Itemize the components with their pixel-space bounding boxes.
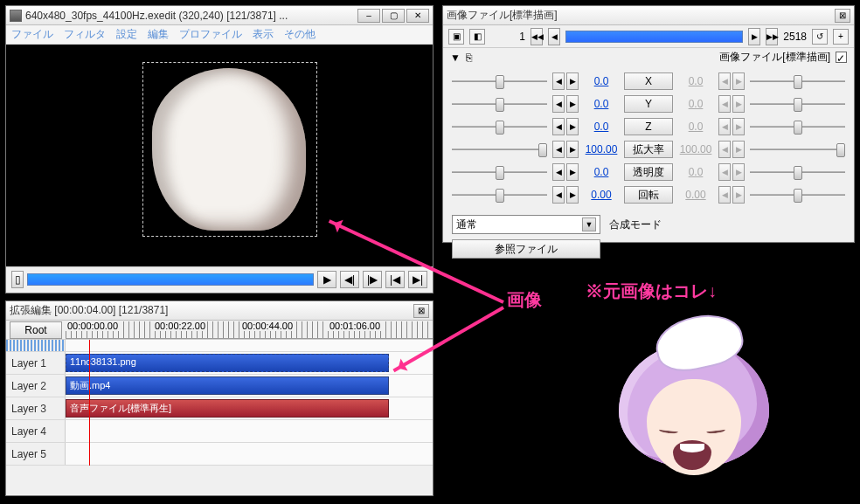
increment-button[interactable]: ▶ — [566, 141, 579, 158]
layer-link-icon[interactable]: ⎘ — [466, 52, 472, 64]
enable-checkbox[interactable]: ✓ — [836, 52, 847, 63]
decrement-right-button[interactable]: ◀ — [718, 72, 731, 90]
decrement-button[interactable]: ◀ — [552, 186, 565, 204]
clip-audio[interactable]: 音声ファイル[標準再生] — [66, 399, 389, 418]
chevron-down-icon[interactable]: ▼ — [582, 217, 596, 231]
menu-file[interactable]: ファイル — [11, 27, 53, 42]
seek-bar[interactable] — [27, 273, 314, 286]
decrement-right-button[interactable]: ◀ — [718, 141, 731, 158]
slider-right[interactable] — [746, 118, 849, 135]
layer-label[interactable]: Layer 3 — [6, 397, 66, 419]
slider-left[interactable] — [448, 141, 551, 158]
slider-left[interactable] — [448, 163, 551, 181]
blend-combo[interactable]: 通常▼ — [452, 215, 600, 234]
seek-marker-icon[interactable]: ▯ — [11, 271, 24, 288]
increment-button[interactable]: ▶ — [566, 95, 579, 113]
axis-button[interactable]: 透明度 — [624, 163, 673, 181]
collapse-icon[interactable]: ▼ — [450, 52, 461, 64]
frame-prev-button[interactable]: ◀ — [548, 28, 560, 45]
slider-left[interactable] — [448, 72, 551, 90]
layer-track-2[interactable]: 動画.mp4 — [66, 375, 433, 397]
timeline-close-button[interactable]: ⊠ — [413, 304, 429, 318]
goto-end-button[interactable]: ▶| — [408, 271, 427, 288]
goto-start-button[interactable]: |◀ — [385, 271, 405, 288]
camera-icon[interactable]: ▣ — [448, 29, 464, 45]
layer-track-3[interactable]: 音声ファイル[標準再生] — [66, 397, 433, 419]
clip-video[interactable]: 動画.mp4 — [66, 376, 389, 395]
increment-right-button[interactable]: ▶ — [732, 72, 745, 90]
layer-label[interactable]: Layer 5 — [6, 443, 66, 465]
value-left[interactable]: 0.0 — [580, 98, 622, 110]
axis-button[interactable]: X — [624, 72, 673, 90]
decrement-right-button[interactable]: ◀ — [718, 186, 731, 204]
increment-right-button[interactable]: ▶ — [732, 118, 745, 135]
increment-right-button[interactable]: ▶ — [732, 186, 745, 204]
layer-label[interactable]: Layer 2 — [6, 375, 66, 397]
axis-button[interactable]: 拡大率 — [624, 141, 673, 158]
plus-button[interactable]: + — [833, 29, 849, 45]
value-left[interactable]: 0.00 — [580, 189, 622, 201]
increment-right-button[interactable]: ▶ — [732, 163, 745, 181]
value-left[interactable]: 100.00 — [580, 143, 622, 155]
slider-right[interactable] — [746, 95, 849, 113]
increment-button[interactable]: ▶ — [566, 72, 579, 90]
slider-right[interactable] — [746, 141, 849, 158]
value-left[interactable]: 0.0 — [580, 121, 622, 133]
decrement-button[interactable]: ◀ — [552, 95, 565, 113]
increment-right-button[interactable]: ▶ — [732, 141, 745, 158]
menu-profile[interactable]: プロファイル — [179, 27, 242, 42]
slider-right[interactable] — [746, 186, 849, 204]
slider-right[interactable] — [746, 72, 849, 90]
property-close-button[interactable]: ⊠ — [835, 9, 850, 23]
layer-label[interactable]: Layer 1 — [6, 352, 66, 374]
play-button[interactable]: ▶ — [317, 271, 336, 288]
root-button[interactable]: Root — [10, 321, 62, 339]
increment-button[interactable]: ▶ — [566, 163, 579, 181]
frame-back-button[interactable]: ◀| — [340, 271, 359, 288]
time-ruler[interactable]: 00:00:00.00 00:00:22.00 00:00:44.00 00:0… — [66, 321, 433, 339]
object-icon[interactable]: ◧ — [469, 29, 485, 45]
decrement-right-button[interactable]: ◀ — [718, 95, 731, 113]
decrement-button[interactable]: ◀ — [552, 118, 565, 135]
decrement-button[interactable]: ◀ — [552, 141, 565, 158]
frame-fwd-button[interactable]: |▶ — [363, 271, 382, 288]
slider-left[interactable] — [448, 95, 551, 113]
slider-right[interactable] — [746, 163, 849, 181]
value-left[interactable]: 0.0 — [580, 75, 622, 87]
layer-track-4[interactable] — [66, 420, 433, 442]
decrement-button[interactable]: ◀ — [552, 163, 565, 181]
close-button[interactable]: ✕ — [406, 9, 429, 23]
frame-first-button[interactable]: ◀◀ — [531, 28, 543, 45]
slider-left[interactable] — [448, 118, 551, 135]
decrement-right-button[interactable]: ◀ — [718, 163, 731, 181]
frame-next-button[interactable]: ▶ — [748, 28, 760, 45]
layer-track-1[interactable]: 11nc38131.png — [66, 352, 433, 374]
increment-button[interactable]: ▶ — [566, 118, 579, 135]
preview-selection[interactable] — [142, 62, 317, 237]
menu-filter[interactable]: フィルタ — [64, 27, 106, 42]
increment-button[interactable]: ▶ — [566, 186, 579, 204]
axis-button[interactable]: Z — [624, 118, 673, 135]
axis-button[interactable]: Y — [624, 95, 673, 113]
frame-last-button[interactable]: ▶▶ — [766, 28, 778, 45]
value-left[interactable]: 0.0 — [580, 166, 622, 178]
menu-settings[interactable]: 設定 — [116, 27, 137, 42]
decrement-button[interactable]: ◀ — [552, 72, 565, 90]
axis-button[interactable]: 回転 — [624, 186, 673, 204]
menu-view[interactable]: 表示 — [253, 27, 274, 42]
layer-label[interactable]: Layer 4 — [6, 420, 66, 442]
maximize-button[interactable]: ▢ — [382, 9, 405, 23]
link-icon[interactable]: ↺ — [812, 29, 828, 45]
main-title: 640x480_30fps_44100Hz.exedit (320,240) [… — [25, 10, 356, 22]
slider-left[interactable] — [448, 186, 551, 204]
reference-button[interactable]: 参照ファイル — [452, 239, 600, 259]
menu-edit[interactable]: 編集 — [148, 27, 169, 42]
increment-right-button[interactable]: ▶ — [732, 95, 745, 113]
layer-track-5[interactable] — [66, 443, 433, 465]
menu-other[interactable]: その他 — [284, 27, 316, 42]
decrement-right-button[interactable]: ◀ — [718, 118, 731, 135]
clip-image[interactable]: 11nc38131.png — [66, 354, 389, 372]
playhead[interactable] — [89, 340, 90, 466]
minimize-button[interactable]: – — [357, 9, 380, 23]
frame-seek-bar[interactable] — [565, 31, 743, 43]
